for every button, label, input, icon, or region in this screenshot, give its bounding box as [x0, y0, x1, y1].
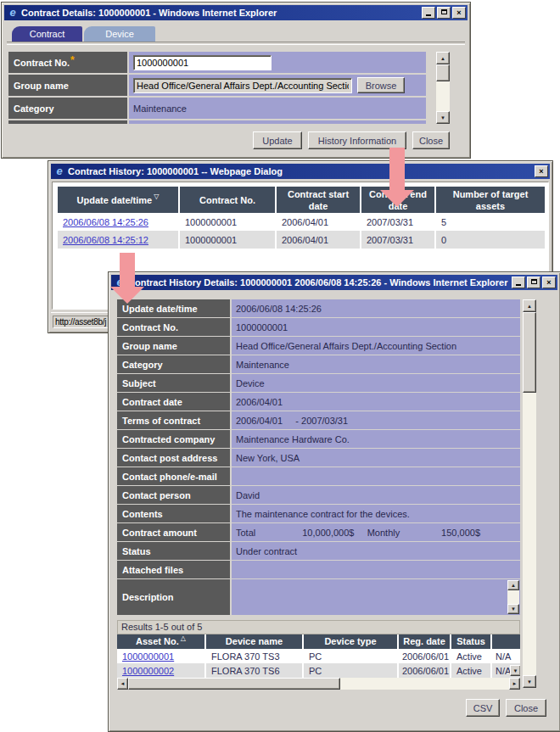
detail-value: 2006/04/01 - 2007/03/31: [232, 411, 520, 429]
flow-arrow-history: [380, 148, 414, 207]
table-cell: PC: [304, 649, 399, 663]
column-header-text: Status: [456, 635, 485, 648]
group-name-input[interactable]: [133, 78, 352, 93]
results-horizontal-scrollbar[interactable]: ◄ ►: [117, 678, 520, 690]
column-header-status[interactable]: Status: [451, 634, 492, 649]
history-information-button[interactable]: History Information: [308, 131, 406, 149]
status-url: http://asset8b/j: [53, 316, 109, 328]
minimize-icon[interactable]: [422, 7, 435, 19]
title-bar[interactable]: e Contract History Details: 1000000001 2…: [111, 275, 557, 290]
detail-label: Contact phone/e-mail: [117, 467, 230, 485]
table-cell: FLORA 370 TS6: [206, 663, 304, 678]
close-icon[interactable]: ×: [542, 277, 556, 288]
scroll-left-icon[interactable]: ◄: [117, 678, 128, 690]
close-icon[interactable]: ×: [535, 165, 548, 177]
column-header-reg-date[interactable]: Reg. date: [399, 634, 451, 649]
column-header-contract-start-date[interactable]: Contract start date: [277, 187, 361, 213]
cell-text: 2007/03/31: [367, 217, 413, 227]
close-icon[interactable]: ×: [452, 7, 466, 19]
action-buttons: CSV Close: [466, 699, 546, 717]
browse-button[interactable]: Browse: [357, 77, 405, 93]
table-cell: FLORA 370 TS3: [206, 649, 304, 663]
scroll-up-icon[interactable]: ▲: [436, 52, 450, 64]
title-bar[interactable]: e Contract Details: 1000000001 - Windows…: [4, 5, 468, 20]
detail-row: Attached files: [117, 561, 520, 578]
scrollbar-thumb[interactable]: [523, 312, 536, 393]
form-row-category: Category Maintenance: [8, 98, 426, 119]
table-row: 2006/06/08 14:25:12 1000000001 2006/04/0…: [58, 231, 545, 249]
tab-device[interactable]: Device: [84, 26, 155, 42]
form-row-contract-no: Contract No.*: [8, 52, 426, 73]
table-cell: 2006/04/01: [277, 213, 361, 231]
contract-form: Contract No.* Group name Browse Category…: [8, 52, 426, 124]
table-cell: N/A ▼: [492, 663, 520, 678]
table-cell: 2006/04/01: [277, 231, 361, 249]
csv-button[interactable]: CSV: [466, 699, 500, 717]
contract-no-input[interactable]: [133, 55, 272, 70]
detail-row: Contact post addressNew York, USA: [117, 449, 520, 467]
column-header-target-assets[interactable]: Number of target assets: [436, 187, 545, 213]
scroll-right-icon[interactable]: ►: [509, 678, 520, 690]
column-header-device-name[interactable]: Device name: [206, 634, 304, 649]
cell-text: Active: [456, 666, 482, 676]
column-header-device-type[interactable]: Device type: [304, 634, 399, 649]
scroll-down-icon[interactable]: ▼: [523, 675, 536, 688]
scroll-down-icon[interactable]: ▼: [507, 604, 519, 614]
description-scrollbar[interactable]: ▲ ▼: [507, 580, 519, 614]
maximize-icon[interactable]: [437, 7, 451, 19]
scroll-up-icon[interactable]: ▲: [507, 580, 519, 590]
description-textarea[interactable]: ▲ ▼: [232, 579, 520, 615]
column-header-contract-no[interactable]: Contract No.: [180, 187, 277, 213]
asset-link[interactable]: 1000000001: [122, 651, 174, 662]
scroll-up-icon[interactable]: ▲: [523, 299, 536, 312]
detail-label: Contact person: [117, 486, 230, 504]
minimize-icon[interactable]: [512, 277, 525, 288]
field-label-text: Category: [14, 103, 54, 114]
scroll-down-icon[interactable]: ▼: [436, 111, 450, 124]
table-row: 1000000001 FLORA 370 TS3 PC 2006/06/01 A…: [117, 649, 520, 663]
tab-contract[interactable]: Contract: [12, 26, 82, 42]
history-entry-link[interactable]: 2006/06/08 14:25:12: [63, 235, 148, 245]
form-scrollbar[interactable]: ▲ ▼: [436, 52, 450, 124]
cell-text: PC: [309, 651, 322, 662]
table-header-row: Update date/time▽ Contract No. Contract …: [58, 187, 545, 213]
maximize-icon[interactable]: [527, 277, 540, 288]
detail-row: Group nameHead Office/General Affairs De…: [117, 337, 520, 355]
field-label: Category: [8, 98, 127, 119]
asset-link[interactable]: 1000000002: [122, 666, 174, 676]
table-cell: 1000000001: [180, 231, 277, 249]
history-entry-link[interactable]: 2006/06/08 14:25:26: [63, 217, 148, 227]
close-button[interactable]: Close: [412, 131, 450, 149]
results-table: Asset No.△ Device name Device type Reg. …: [117, 634, 520, 678]
column-header-asset-no[interactable]: Asset No.△: [117, 634, 206, 649]
cell-text: 2006/06/01: [402, 666, 449, 676]
scrollbar-thumb[interactable]: [436, 64, 450, 81]
update-button[interactable]: Update: [253, 131, 302, 149]
results-scroll-down-icon[interactable]: ▼: [510, 665, 520, 676]
column-header-update-datetime[interactable]: Update date/time▽: [58, 187, 180, 213]
form-row-partial: [8, 120, 426, 124]
cell-text: FLORA 370 TS3: [211, 651, 280, 662]
page-scrollbar[interactable]: ▲ ▼: [523, 299, 536, 688]
arrow-shaft: [389, 148, 405, 190]
window-title: Contract Details: 1000000001 - Windows I…: [21, 8, 418, 18]
action-buttons: Update History Information Close: [253, 131, 450, 149]
cell-text: 5: [441, 217, 446, 227]
scrollbar-thumb[interactable]: [128, 678, 340, 690]
detail-label: Contracted company: [117, 430, 230, 448]
title-bar[interactable]: e Contract History: 1000000001 -- Webpag…: [51, 164, 550, 179]
arrow-head-icon: [110, 287, 144, 304]
table-header-row: Asset No.△ Device name Device type Reg. …: [117, 634, 520, 649]
column-header-text: Reg. date: [403, 635, 445, 648]
cell-text: PC: [309, 666, 322, 676]
window-title: Contract History Details: 1000000001 200…: [128, 277, 508, 288]
table-cell: 2006/06/08 14:25:12: [58, 231, 180, 249]
arrow-shaft: [120, 253, 135, 287]
column-header-partial: [492, 634, 520, 649]
field-label: Group name: [8, 75, 127, 96]
close-button[interactable]: Close: [506, 699, 546, 717]
field-label: [8, 120, 127, 124]
internet-explorer-icon: e: [7, 7, 19, 19]
cell-text: 2007/03/31: [367, 235, 413, 245]
cell-text: 1000000001: [185, 217, 237, 227]
